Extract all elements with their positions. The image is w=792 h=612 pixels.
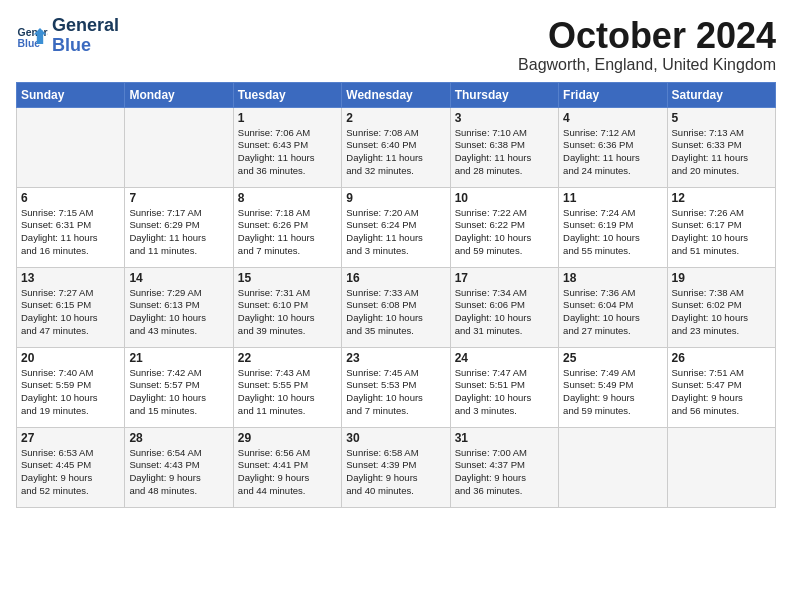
calendar-cell: 24Sunrise: 7:47 AM Sunset: 5:51 PM Dayli… [450,347,558,427]
calendar-cell: 8Sunrise: 7:18 AM Sunset: 6:26 PM Daylig… [233,187,341,267]
title-area: October 2024 Bagworth, England, United K… [518,16,776,74]
day-content: Sunrise: 7:20 AM Sunset: 6:24 PM Dayligh… [346,207,445,258]
day-content: Sunrise: 7:34 AM Sunset: 6:06 PM Dayligh… [455,287,554,338]
calendar-cell: 10Sunrise: 7:22 AM Sunset: 6:22 PM Dayli… [450,187,558,267]
calendar-cell: 19Sunrise: 7:38 AM Sunset: 6:02 PM Dayli… [667,267,775,347]
day-content: Sunrise: 7:12 AM Sunset: 6:36 PM Dayligh… [563,127,662,178]
location: Bagworth, England, United Kingdom [518,56,776,74]
day-number: 13 [21,271,120,285]
calendar-cell: 17Sunrise: 7:34 AM Sunset: 6:06 PM Dayli… [450,267,558,347]
day-number: 10 [455,191,554,205]
weekday-header-thursday: Thursday [450,82,558,107]
day-content: Sunrise: 7:27 AM Sunset: 6:15 PM Dayligh… [21,287,120,338]
header: General Blue General Blue October 2024 B… [16,16,776,74]
day-content: Sunrise: 6:54 AM Sunset: 4:43 PM Dayligh… [129,447,228,498]
day-content: Sunrise: 7:49 AM Sunset: 5:49 PM Dayligh… [563,367,662,418]
day-content: Sunrise: 7:22 AM Sunset: 6:22 PM Dayligh… [455,207,554,258]
logo: General Blue General Blue [16,16,119,56]
day-content: Sunrise: 7:08 AM Sunset: 6:40 PM Dayligh… [346,127,445,178]
day-content: Sunrise: 7:00 AM Sunset: 4:37 PM Dayligh… [455,447,554,498]
day-number: 9 [346,191,445,205]
calendar-cell: 23Sunrise: 7:45 AM Sunset: 5:53 PM Dayli… [342,347,450,427]
day-content: Sunrise: 6:53 AM Sunset: 4:45 PM Dayligh… [21,447,120,498]
weekday-header-monday: Monday [125,82,233,107]
day-number: 24 [455,351,554,365]
day-content: Sunrise: 7:45 AM Sunset: 5:53 PM Dayligh… [346,367,445,418]
day-number: 27 [21,431,120,445]
day-number: 29 [238,431,337,445]
calendar-cell: 13Sunrise: 7:27 AM Sunset: 6:15 PM Dayli… [17,267,125,347]
calendar-cell: 18Sunrise: 7:36 AM Sunset: 6:04 PM Dayli… [559,267,667,347]
calendar-week-4: 20Sunrise: 7:40 AM Sunset: 5:59 PM Dayli… [17,347,776,427]
day-number: 7 [129,191,228,205]
calendar-cell: 26Sunrise: 7:51 AM Sunset: 5:47 PM Dayli… [667,347,775,427]
calendar-body: 1Sunrise: 7:06 AM Sunset: 6:43 PM Daylig… [17,107,776,507]
calendar-cell: 5Sunrise: 7:13 AM Sunset: 6:33 PM Daylig… [667,107,775,187]
day-number: 31 [455,431,554,445]
day-content: Sunrise: 7:13 AM Sunset: 6:33 PM Dayligh… [672,127,771,178]
calendar-cell: 22Sunrise: 7:43 AM Sunset: 5:55 PM Dayli… [233,347,341,427]
calendar-cell: 7Sunrise: 7:17 AM Sunset: 6:29 PM Daylig… [125,187,233,267]
day-content: Sunrise: 7:17 AM Sunset: 6:29 PM Dayligh… [129,207,228,258]
calendar-week-3: 13Sunrise: 7:27 AM Sunset: 6:15 PM Dayli… [17,267,776,347]
calendar-cell: 2Sunrise: 7:08 AM Sunset: 6:40 PM Daylig… [342,107,450,187]
calendar-cell: 21Sunrise: 7:42 AM Sunset: 5:57 PM Dayli… [125,347,233,427]
calendar-cell: 11Sunrise: 7:24 AM Sunset: 6:19 PM Dayli… [559,187,667,267]
calendar-cell: 30Sunrise: 6:58 AM Sunset: 4:39 PM Dayli… [342,427,450,507]
day-number: 16 [346,271,445,285]
calendar-cell: 29Sunrise: 6:56 AM Sunset: 4:41 PM Dayli… [233,427,341,507]
day-content: Sunrise: 7:06 AM Sunset: 6:43 PM Dayligh… [238,127,337,178]
day-number: 1 [238,111,337,125]
day-number: 17 [455,271,554,285]
day-number: 28 [129,431,228,445]
day-content: Sunrise: 7:18 AM Sunset: 6:26 PM Dayligh… [238,207,337,258]
day-content: Sunrise: 7:40 AM Sunset: 5:59 PM Dayligh… [21,367,120,418]
day-content: Sunrise: 7:29 AM Sunset: 6:13 PM Dayligh… [129,287,228,338]
calendar-cell: 15Sunrise: 7:31 AM Sunset: 6:10 PM Dayli… [233,267,341,347]
day-number: 2 [346,111,445,125]
calendar-cell: 31Sunrise: 7:00 AM Sunset: 4:37 PM Dayli… [450,427,558,507]
day-content: Sunrise: 7:47 AM Sunset: 5:51 PM Dayligh… [455,367,554,418]
calendar-cell: 6Sunrise: 7:15 AM Sunset: 6:31 PM Daylig… [17,187,125,267]
day-content: Sunrise: 6:58 AM Sunset: 4:39 PM Dayligh… [346,447,445,498]
weekday-header-saturday: Saturday [667,82,775,107]
day-number: 30 [346,431,445,445]
logo-text: General Blue [52,16,119,56]
calendar-cell: 20Sunrise: 7:40 AM Sunset: 5:59 PM Dayli… [17,347,125,427]
day-number: 26 [672,351,771,365]
calendar-week-1: 1Sunrise: 7:06 AM Sunset: 6:43 PM Daylig… [17,107,776,187]
logo-icon: General Blue [16,20,48,52]
day-content: Sunrise: 7:15 AM Sunset: 6:31 PM Dayligh… [21,207,120,258]
calendar-cell: 14Sunrise: 7:29 AM Sunset: 6:13 PM Dayli… [125,267,233,347]
day-content: Sunrise: 7:26 AM Sunset: 6:17 PM Dayligh… [672,207,771,258]
day-number: 15 [238,271,337,285]
day-number: 23 [346,351,445,365]
day-content: Sunrise: 7:33 AM Sunset: 6:08 PM Dayligh… [346,287,445,338]
day-content: Sunrise: 7:43 AM Sunset: 5:55 PM Dayligh… [238,367,337,418]
day-number: 6 [21,191,120,205]
day-number: 22 [238,351,337,365]
calendar-cell: 16Sunrise: 7:33 AM Sunset: 6:08 PM Dayli… [342,267,450,347]
day-content: Sunrise: 6:56 AM Sunset: 4:41 PM Dayligh… [238,447,337,498]
calendar-cell: 28Sunrise: 6:54 AM Sunset: 4:43 PM Dayli… [125,427,233,507]
day-content: Sunrise: 7:42 AM Sunset: 5:57 PM Dayligh… [129,367,228,418]
weekday-header-wednesday: Wednesday [342,82,450,107]
day-number: 14 [129,271,228,285]
calendar-cell [17,107,125,187]
calendar-cell: 9Sunrise: 7:20 AM Sunset: 6:24 PM Daylig… [342,187,450,267]
day-content: Sunrise: 7:31 AM Sunset: 6:10 PM Dayligh… [238,287,337,338]
day-number: 4 [563,111,662,125]
calendar-cell [667,427,775,507]
calendar-cell: 25Sunrise: 7:49 AM Sunset: 5:49 PM Dayli… [559,347,667,427]
day-number: 25 [563,351,662,365]
calendar-cell: 3Sunrise: 7:10 AM Sunset: 6:38 PM Daylig… [450,107,558,187]
day-content: Sunrise: 7:36 AM Sunset: 6:04 PM Dayligh… [563,287,662,338]
day-number: 18 [563,271,662,285]
day-number: 11 [563,191,662,205]
calendar-cell: 1Sunrise: 7:06 AM Sunset: 6:43 PM Daylig… [233,107,341,187]
calendar-cell: 12Sunrise: 7:26 AM Sunset: 6:17 PM Dayli… [667,187,775,267]
day-content: Sunrise: 7:51 AM Sunset: 5:47 PM Dayligh… [672,367,771,418]
logo-line1: General [52,16,119,36]
day-number: 21 [129,351,228,365]
day-number: 12 [672,191,771,205]
